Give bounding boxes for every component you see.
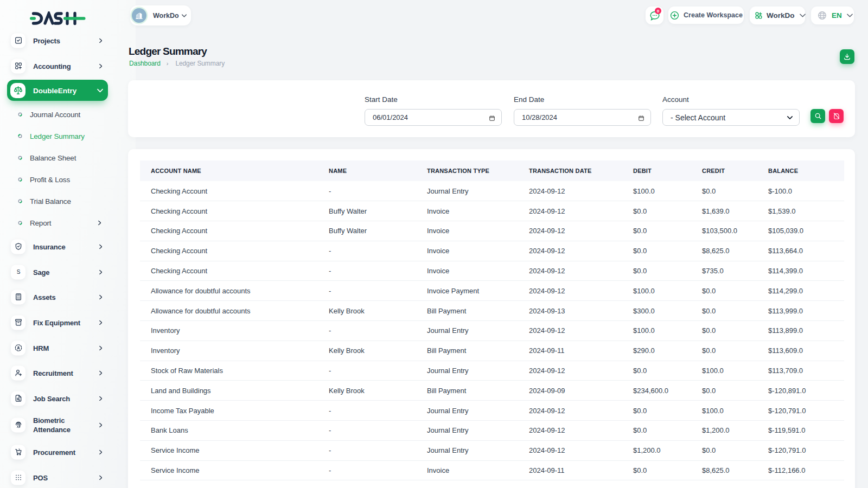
svg-text:S: S <box>16 269 20 275</box>
